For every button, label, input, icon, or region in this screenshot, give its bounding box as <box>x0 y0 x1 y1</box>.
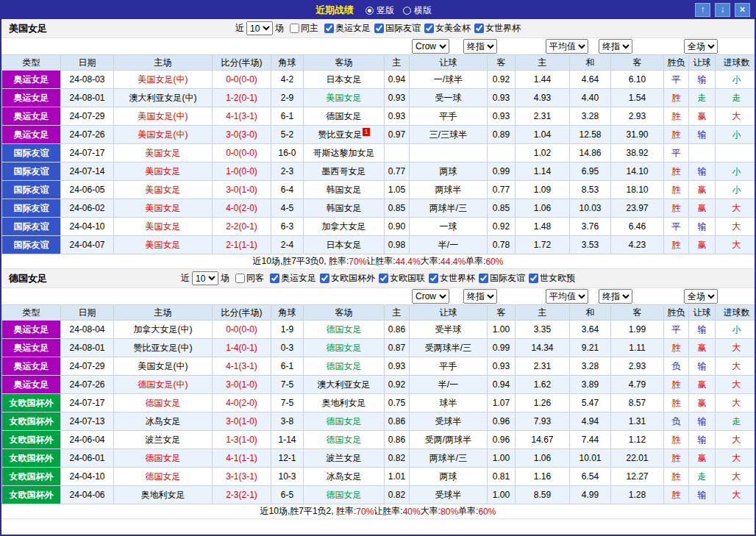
league-filter[interactable]: 女世界杯 <box>474 22 521 35</box>
league-checkbox[interactable] <box>529 274 538 283</box>
league-filter[interactable]: 国际友谊 <box>479 272 525 285</box>
odds-home: 0.93 <box>385 89 410 107</box>
radio-vertical-layout[interactable]: 竖版 <box>365 4 394 17</box>
filter-bar: 近 10 场 同主 奥运女足国际友谊女美金杯女世界杯 <box>235 21 521 35</box>
odds-home: 0.93 <box>385 107 410 126</box>
league-checkbox[interactable] <box>320 274 329 283</box>
league-filter[interactable]: 国际友谊 <box>374 22 421 35</box>
radio-horizontal-label: 横版 <box>414 4 432 17</box>
score: 4-1(3-1) <box>213 107 271 126</box>
scroll-down-button[interactable]: ↓ <box>715 3 730 17</box>
odds-select-4[interactable]: 全场 <box>684 289 718 304</box>
league-checkbox[interactable] <box>374 24 384 33</box>
handicap-line: 一/球半 <box>410 71 488 89</box>
near-label: 近 <box>235 22 244 35</box>
col-header: 客场 <box>304 305 385 321</box>
match-date: 24-04-10 <box>61 218 114 236</box>
table-header-row: 类型日期主场比分(半场)角球客场主让球客主和客胜负让球进球数 <box>2 55 756 71</box>
avg-home: 4.93 <box>516 89 570 107</box>
home-team: 德国女足 <box>114 394 213 412</box>
result-handicap: 赢 <box>689 181 716 199</box>
home-team: 澳大利亚女足(中) <box>114 89 213 107</box>
league-checkbox[interactable] <box>324 24 334 33</box>
col-header: 主 <box>516 305 570 321</box>
radio-horizontal-layout[interactable]: 横版 <box>403 4 432 17</box>
league-filter[interactable]: 奥运女足 <box>270 272 316 285</box>
league-checkbox[interactable] <box>429 274 438 283</box>
league-filter[interactable]: 女美金杯 <box>424 22 471 35</box>
handicap-line: 球半 <box>410 394 488 412</box>
result-handicap: 走 <box>689 89 716 107</box>
league-filter[interactable]: 世女欧预 <box>529 272 575 285</box>
same-venue-filter[interactable]: 同客 <box>235 272 264 285</box>
avg-draw: 14.86 <box>570 144 611 162</box>
odds-away: 1.00 <box>488 449 516 468</box>
odds-select-4[interactable]: 全场 <box>684 39 718 54</box>
close-button[interactable]: × <box>735 3 750 17</box>
handicap-line: 受两球半/三 <box>410 339 488 357</box>
league-checkbox[interactable] <box>479 274 488 283</box>
odds-select-0[interactable]: Crow <box>412 39 449 54</box>
odds-select-0[interactable]: Crow <box>412 289 449 304</box>
home-team: 赞比亚女足(中) <box>114 339 213 357</box>
match-type-badge: 奥运女足 <box>2 107 61 126</box>
league-filter[interactable]: 女世界杯 <box>429 272 475 285</box>
home-team: 冰岛女足 <box>114 412 213 431</box>
league-filter[interactable]: 女欧国联 <box>379 272 425 285</box>
scroll-up-button[interactable]: ↑ <box>695 3 710 17</box>
handicap-line: 三/三球半 <box>410 126 488 144</box>
league-label: 女美金杯 <box>435 22 471 35</box>
away-team: 德国女足 <box>304 107 385 126</box>
odds-select-1[interactable]: 终指 <box>463 289 497 304</box>
same-venue-checkbox[interactable] <box>235 274 245 283</box>
match-date: 24-06-02 <box>61 199 114 218</box>
result-handicap <box>689 144 716 162</box>
home-team: 美国女足 <box>114 144 213 162</box>
radio-vertical-label: 竖版 <box>377 4 394 17</box>
result-goals: 大 <box>716 431 756 449</box>
corner-score: 6-1 <box>271 357 304 376</box>
home-team: 美国女足 <box>114 181 213 199</box>
corner-score: 1-9 <box>271 321 304 339</box>
odds-select-3[interactable]: 终指 <box>599 39 632 54</box>
same-venue-checkbox[interactable] <box>290 24 299 33</box>
summary-segment: 44.4% <box>396 257 421 267</box>
league-checkbox[interactable] <box>424 24 434 33</box>
avg-away: 1.54 <box>611 89 664 107</box>
result-goals: 大 <box>716 486 756 504</box>
league-filter[interactable]: 奥运女足 <box>324 22 371 35</box>
score: 1-2(0-1) <box>213 89 271 107</box>
corner-score: 1-14 <box>271 431 304 449</box>
odds-select-1[interactable]: 终指 <box>463 39 497 54</box>
odds-select-3[interactable]: 终指 <box>599 289 632 304</box>
result-wdl: 胜 <box>664 181 689 199</box>
away-team: 日本女足 <box>304 71 385 89</box>
league-filter[interactable]: 女欧国杯外 <box>320 272 375 285</box>
same-venue-filter[interactable]: 同主 <box>290 22 318 35</box>
match-date: 24-07-26 <box>61 376 114 394</box>
handicap-line: 两球半/三 <box>410 199 488 218</box>
same-venue-label: 同主 <box>301 22 318 35</box>
match-date: 24-08-01 <box>61 89 114 107</box>
odds-away: 0.92 <box>488 218 516 236</box>
match-type-badge: 奥运女足 <box>2 376 61 394</box>
avg-draw: 3.53 <box>570 236 611 254</box>
result-goals: 大 <box>716 236 756 254</box>
recent-count-select[interactable]: 10 <box>246 21 273 35</box>
odds-select-2[interactable]: 平均值 <box>546 39 588 54</box>
league-checkbox[interactable] <box>270 274 279 283</box>
league-checkbox[interactable] <box>379 274 388 283</box>
recent-count-select[interactable]: 10 <box>192 271 218 285</box>
result-wdl: 胜 <box>664 126 689 144</box>
corner-score: 6-5 <box>271 486 304 504</box>
result-wdl: 负 <box>664 357 689 376</box>
avg-home: 3.35 <box>516 321 570 339</box>
result-goals: 大 <box>716 339 756 357</box>
summary-segment: 60% <box>478 507 496 517</box>
summary-segment: 大率: <box>421 255 441 268</box>
avg-draw: 3.76 <box>570 218 611 236</box>
avg-draw: 3.89 <box>570 376 611 394</box>
league-checkbox[interactable] <box>474 24 484 33</box>
avg-home: 1.06 <box>516 449 570 468</box>
odds-select-2[interactable]: 平均值 <box>546 289 588 304</box>
